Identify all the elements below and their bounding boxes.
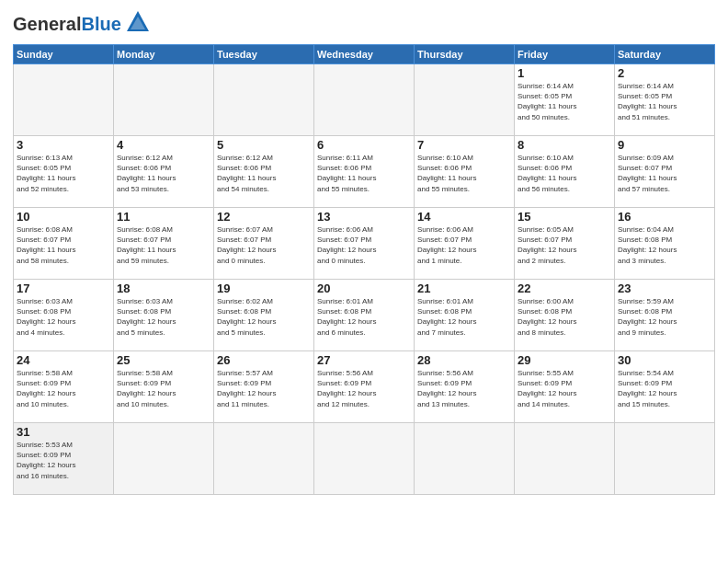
day-info: Sunrise: 6:09 AM Sunset: 6:07 PM Dayligh… bbox=[618, 153, 711, 194]
calendar-cell: 5Sunrise: 6:12 AM Sunset: 6:06 PM Daylig… bbox=[214, 136, 314, 208]
calendar-cell bbox=[214, 64, 314, 136]
day-number: 1 bbox=[518, 66, 611, 80]
calendar-cell bbox=[415, 64, 515, 136]
calendar-cell bbox=[214, 423, 314, 495]
day-number: 31 bbox=[17, 425, 110, 439]
logo-blue-text: Blue bbox=[81, 14, 120, 34]
calendar-table: SundayMondayTuesdayWednesdayThursdayFrid… bbox=[13, 44, 715, 495]
calendar-cell: 29Sunrise: 5:55 AM Sunset: 6:09 PM Dayli… bbox=[515, 351, 615, 423]
week-row-3: 17Sunrise: 6:03 AM Sunset: 6:08 PM Dayli… bbox=[14, 280, 715, 351]
calendar-cell: 23Sunrise: 5:59 AM Sunset: 6:08 PM Dayli… bbox=[615, 280, 715, 351]
day-info: Sunrise: 5:54 AM Sunset: 6:09 PM Dayligh… bbox=[618, 368, 711, 409]
day-number: 20 bbox=[317, 282, 411, 295]
calendar-cell: 13Sunrise: 6:06 AM Sunset: 6:07 PM Dayli… bbox=[314, 208, 415, 280]
day-info: Sunrise: 6:04 AM Sunset: 6:08 PM Dayligh… bbox=[618, 224, 711, 266]
calendar-cell: 27Sunrise: 5:56 AM Sunset: 6:09 PM Dayli… bbox=[314, 351, 415, 423]
day-info: Sunrise: 6:01 AM Sunset: 6:08 PM Dayligh… bbox=[317, 296, 411, 338]
weekday-header-friday: Friday bbox=[515, 45, 615, 64]
logo-text: GeneralBlue bbox=[13, 15, 121, 33]
day-info: Sunrise: 5:57 AM Sunset: 6:09 PM Dayligh… bbox=[217, 368, 311, 409]
logo-icon bbox=[125, 9, 151, 39]
calendar-cell bbox=[314, 64, 415, 136]
day-number: 30 bbox=[618, 353, 711, 367]
calendar-cell: 19Sunrise: 6:02 AM Sunset: 6:08 PM Dayli… bbox=[214, 280, 314, 351]
calendar-cell: 8Sunrise: 6:10 AM Sunset: 6:06 PM Daylig… bbox=[515, 136, 615, 208]
week-row-1: 3Sunrise: 6:13 AM Sunset: 6:05 PM Daylig… bbox=[14, 136, 715, 208]
weekday-header-tuesday: Tuesday bbox=[214, 45, 314, 64]
day-info: Sunrise: 5:53 AM Sunset: 6:09 PM Dayligh… bbox=[17, 440, 110, 481]
day-info: Sunrise: 5:56 AM Sunset: 6:09 PM Dayligh… bbox=[417, 368, 511, 409]
calendar-cell: 15Sunrise: 6:05 AM Sunset: 6:07 PM Dayli… bbox=[515, 208, 615, 280]
calendar-cell: 1Sunrise: 6:14 AM Sunset: 6:05 PM Daylig… bbox=[515, 64, 615, 136]
day-info: Sunrise: 6:08 AM Sunset: 6:07 PM Dayligh… bbox=[17, 224, 110, 266]
day-info: Sunrise: 6:01 AM Sunset: 6:08 PM Dayligh… bbox=[417, 296, 511, 338]
day-number: 21 bbox=[417, 282, 511, 295]
calendar-cell: 4Sunrise: 6:12 AM Sunset: 6:06 PM Daylig… bbox=[114, 136, 214, 208]
week-row-0: 1Sunrise: 6:14 AM Sunset: 6:05 PM Daylig… bbox=[14, 64, 715, 136]
day-info: Sunrise: 5:56 AM Sunset: 6:09 PM Dayligh… bbox=[317, 368, 411, 409]
weekday-header-thursday: Thursday bbox=[415, 45, 515, 64]
calendar-cell bbox=[615, 423, 715, 495]
weekday-header-row: SundayMondayTuesdayWednesdayThursdayFrid… bbox=[14, 45, 715, 64]
calendar-cell: 9Sunrise: 6:09 AM Sunset: 6:07 PM Daylig… bbox=[615, 136, 715, 208]
weekday-header-wednesday: Wednesday bbox=[314, 45, 415, 64]
calendar-header: SundayMondayTuesdayWednesdayThursdayFrid… bbox=[14, 45, 715, 64]
day-info: Sunrise: 6:10 AM Sunset: 6:06 PM Dayligh… bbox=[417, 153, 511, 194]
week-row-4: 24Sunrise: 5:58 AM Sunset: 6:09 PM Dayli… bbox=[14, 351, 715, 423]
day-number: 17 bbox=[17, 282, 110, 295]
day-number: 11 bbox=[117, 210, 210, 224]
calendar-cell: 12Sunrise: 6:07 AM Sunset: 6:07 PM Dayli… bbox=[214, 208, 314, 280]
calendar-cell: 21Sunrise: 6:01 AM Sunset: 6:08 PM Dayli… bbox=[415, 280, 515, 351]
calendar-cell: 20Sunrise: 6:01 AM Sunset: 6:08 PM Dayli… bbox=[314, 280, 415, 351]
day-number: 16 bbox=[618, 210, 711, 224]
day-info: Sunrise: 6:06 AM Sunset: 6:07 PM Dayligh… bbox=[417, 224, 511, 266]
header: GeneralBlue bbox=[13, 9, 715, 39]
weekday-header-sunday: Sunday bbox=[14, 45, 114, 64]
logo-general: General bbox=[13, 14, 81, 34]
day-number: 28 bbox=[417, 353, 511, 367]
day-info: Sunrise: 6:03 AM Sunset: 6:08 PM Dayligh… bbox=[117, 296, 210, 338]
day-number: 25 bbox=[117, 353, 210, 367]
day-info: Sunrise: 6:00 AM Sunset: 6:08 PM Dayligh… bbox=[518, 296, 611, 338]
calendar-cell: 14Sunrise: 6:06 AM Sunset: 6:07 PM Dayli… bbox=[415, 208, 515, 280]
day-number: 13 bbox=[317, 210, 411, 224]
day-info: Sunrise: 6:12 AM Sunset: 6:06 PM Dayligh… bbox=[217, 153, 311, 194]
calendar-cell: 2Sunrise: 6:14 AM Sunset: 6:05 PM Daylig… bbox=[615, 64, 715, 136]
calendar-cell: 22Sunrise: 6:00 AM Sunset: 6:08 PM Dayli… bbox=[515, 280, 615, 351]
day-number: 27 bbox=[317, 353, 411, 367]
calendar-cell bbox=[515, 423, 615, 495]
day-number: 26 bbox=[217, 353, 311, 367]
calendar-cell: 25Sunrise: 5:58 AM Sunset: 6:09 PM Dayli… bbox=[114, 351, 214, 423]
calendar-cell: 10Sunrise: 6:08 AM Sunset: 6:07 PM Dayli… bbox=[14, 208, 114, 280]
logo-area: GeneralBlue bbox=[13, 9, 151, 39]
day-number: 22 bbox=[518, 282, 611, 295]
day-number: 19 bbox=[217, 282, 311, 295]
calendar-cell bbox=[114, 423, 214, 495]
day-info: Sunrise: 5:59 AM Sunset: 6:08 PM Dayligh… bbox=[618, 296, 711, 338]
calendar-cell: 7Sunrise: 6:10 AM Sunset: 6:06 PM Daylig… bbox=[415, 136, 515, 208]
calendar-body: 1Sunrise: 6:14 AM Sunset: 6:05 PM Daylig… bbox=[14, 64, 715, 495]
calendar-cell: 17Sunrise: 6:03 AM Sunset: 6:08 PM Dayli… bbox=[14, 280, 114, 351]
week-row-2: 10Sunrise: 6:08 AM Sunset: 6:07 PM Dayli… bbox=[14, 208, 715, 280]
day-number: 5 bbox=[217, 138, 311, 152]
day-info: Sunrise: 6:10 AM Sunset: 6:06 PM Dayligh… bbox=[518, 153, 611, 194]
day-info: Sunrise: 5:58 AM Sunset: 6:09 PM Dayligh… bbox=[117, 368, 210, 409]
calendar-cell: 30Sunrise: 5:54 AM Sunset: 6:09 PM Dayli… bbox=[615, 351, 715, 423]
calendar-page: GeneralBlue SundayMondayTuesdayWednesday… bbox=[0, 0, 728, 563]
day-info: Sunrise: 6:02 AM Sunset: 6:08 PM Dayligh… bbox=[217, 296, 311, 338]
calendar-cell bbox=[114, 64, 214, 136]
calendar-cell: 31Sunrise: 5:53 AM Sunset: 6:09 PM Dayli… bbox=[14, 423, 114, 495]
week-row-5: 31Sunrise: 5:53 AM Sunset: 6:09 PM Dayli… bbox=[14, 423, 715, 495]
weekday-header-monday: Monday bbox=[114, 45, 214, 64]
day-info: Sunrise: 6:07 AM Sunset: 6:07 PM Dayligh… bbox=[217, 224, 311, 266]
day-number: 7 bbox=[417, 138, 511, 152]
calendar-cell: 11Sunrise: 6:08 AM Sunset: 6:07 PM Dayli… bbox=[114, 208, 214, 280]
day-info: Sunrise: 6:14 AM Sunset: 6:05 PM Dayligh… bbox=[518, 81, 611, 122]
day-number: 12 bbox=[217, 210, 311, 224]
day-info: Sunrise: 6:03 AM Sunset: 6:08 PM Dayligh… bbox=[17, 296, 110, 338]
logo-wrapper: GeneralBlue bbox=[13, 9, 151, 39]
calendar-cell: 18Sunrise: 6:03 AM Sunset: 6:08 PM Dayli… bbox=[114, 280, 214, 351]
day-number: 14 bbox=[417, 210, 511, 224]
day-number: 9 bbox=[618, 138, 711, 152]
calendar-cell: 3Sunrise: 6:13 AM Sunset: 6:05 PM Daylig… bbox=[14, 136, 114, 208]
